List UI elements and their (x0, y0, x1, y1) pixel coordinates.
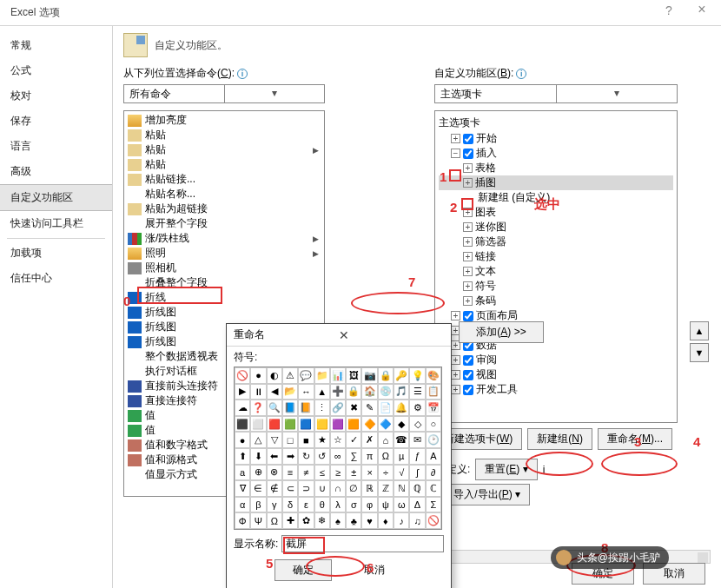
command-item[interactable]: 粘贴 (126, 128, 322, 142)
display-name-input[interactable] (281, 535, 444, 552)
symbol-cell[interactable]: 📅 (426, 400, 441, 416)
symbol-cell[interactable]: ∈ (250, 480, 266, 497)
symbol-cell[interactable]: ℤ (378, 480, 394, 497)
ribbon-tree[interactable]: 主选项卡+开始−插入+表格+插图新建组 (自定义)+图表+迷你图+筛选器+链接+… (434, 110, 678, 423)
import-export-button[interactable]: 导入/导出(P) ▾ (444, 484, 530, 505)
command-item[interactable]: 粘贴▶ (126, 142, 322, 157)
tree-group-node[interactable]: +插图 (439, 175, 673, 190)
tab-checkbox[interactable] (463, 311, 473, 321)
symbol-cell[interactable]: ■ (298, 432, 314, 448)
symbol-cell[interactable]: 🔗 (330, 400, 346, 416)
tree-tab-node[interactable]: +视图 (439, 367, 673, 382)
symbol-cell[interactable]: 🎨 (426, 367, 441, 384)
expand-icon[interactable]: + (463, 208, 473, 217)
symbol-cell[interactable]: ∩ (330, 480, 346, 497)
symbol-cell[interactable]: ↔ (298, 384, 314, 400)
tree-group-node[interactable]: +筛选器 (439, 235, 673, 249)
symbol-cell[interactable]: ∪ (314, 480, 330, 497)
command-item[interactable]: 粘贴 (126, 157, 322, 172)
symbol-cell[interactable]: ⬛ (235, 416, 250, 433)
tree-group-node[interactable]: +迷你图 (439, 220, 673, 235)
dialog-cancel-button[interactable]: 取消 (346, 559, 403, 581)
sidebar-item-proofing[interactable]: 校对 (0, 83, 112, 109)
symbol-cell[interactable]: 🟥 (267, 416, 282, 433)
symbol-cell[interactable]: ⬇ (250, 448, 266, 465)
symbol-cell[interactable]: ƒ (409, 448, 425, 465)
symbol-cell[interactable]: ✗ (361, 432, 377, 448)
symbol-cell[interactable]: θ (314, 497, 330, 513)
choose-commands-combo[interactable]: 所有命令 ▾ (123, 84, 325, 103)
chevron-down-icon[interactable]: ▾ (556, 85, 678, 102)
symbol-cell[interactable]: δ (282, 497, 298, 513)
symbol-cell[interactable]: ◆ (394, 416, 409, 433)
symbol-cell[interactable]: ε (298, 497, 314, 513)
sidebar-item-customize-ribbon[interactable]: 自定义功能区 (0, 184, 112, 211)
symbol-cell[interactable]: 🟪 (330, 416, 346, 433)
collapse-icon[interactable]: − (451, 149, 460, 158)
symbol-cell[interactable]: 🟨 (314, 416, 330, 433)
symbol-cell[interactable]: ◐ (267, 367, 282, 384)
symbol-cell[interactable]: 🔶 (361, 416, 377, 433)
move-down-button[interactable]: ▼ (690, 343, 709, 362)
symbol-cell[interactable]: ⋮ (314, 400, 330, 416)
symbol-cell[interactable]: 🕑 (426, 432, 441, 448)
dialog-titlebar[interactable]: 重命名 ✕ (227, 324, 451, 347)
symbol-cell[interactable]: ✎ (361, 400, 377, 416)
symbol-cell[interactable]: ❓ (250, 400, 266, 416)
symbol-cell[interactable]: β (250, 497, 266, 513)
symbol-cell[interactable]: 🚫 (235, 367, 250, 384)
symbol-cell[interactable]: Ω (378, 448, 394, 465)
expand-icon[interactable]: + (463, 267, 473, 276)
symbol-cell[interactable]: √ (394, 465, 409, 481)
symbol-cell[interactable]: 🟦 (298, 416, 314, 433)
command-item[interactable]: 展开整个字段 (126, 216, 322, 231)
symbol-cell[interactable]: ∇ (235, 480, 250, 497)
symbol-cell[interactable]: ● (250, 367, 266, 384)
expand-icon[interactable]: + (463, 222, 473, 232)
symbol-cell[interactable]: 📙 (298, 400, 314, 416)
new-group-button[interactable]: 新建组(N) (527, 428, 592, 450)
expand-icon[interactable]: + (463, 237, 473, 247)
symbol-cell[interactable]: Σ (426, 497, 441, 513)
symbol-cell[interactable]: ⬜ (250, 416, 266, 433)
command-item[interactable]: 涨/跌柱线▶ (126, 231, 322, 246)
symbol-cell[interactable]: 📂 (282, 384, 298, 400)
symbol-cell[interactable]: ☰ (409, 384, 425, 400)
symbol-cell[interactable]: 📷 (361, 367, 377, 384)
symbol-cell[interactable]: 📊 (330, 367, 346, 384)
tab-checkbox[interactable] (463, 134, 473, 144)
command-item[interactable]: 折线 (126, 290, 322, 305)
rename-button[interactable]: 重命名(M)... (598, 428, 672, 450)
symbol-cell[interactable]: ∑ (346, 448, 361, 465)
symbol-cell[interactable]: ☁ (235, 400, 250, 416)
command-item[interactable]: 折叠整个字段 (126, 275, 322, 290)
expand-icon[interactable]: + (451, 370, 460, 380)
symbol-cell[interactable]: φ (361, 497, 377, 513)
symbol-cell[interactable]: 💬 (298, 367, 314, 384)
command-item[interactable]: 粘贴为超链接 (126, 202, 322, 216)
tab-checkbox[interactable] (463, 370, 473, 380)
symbol-cell[interactable]: ω (394, 497, 409, 513)
symbol-cell[interactable]: ✿ (298, 512, 314, 529)
add-button[interactable]: 添加(A) >> (459, 321, 544, 343)
symbol-cell[interactable]: ± (346, 465, 361, 481)
symbol-cell[interactable]: 🔍 (267, 400, 282, 416)
symbol-cell[interactable]: ⬆ (235, 448, 250, 465)
symbol-cell[interactable]: ≡ (282, 465, 298, 481)
close-button[interactable]: × (690, 2, 714, 17)
tab-checkbox[interactable] (463, 355, 473, 366)
command-item[interactable]: 粘贴链接... (126, 172, 322, 187)
symbol-cell[interactable]: ∫ (409, 465, 425, 481)
symbol-cell[interactable]: ☆ (330, 432, 346, 448)
sidebar-item-addins[interactable]: 加载项 (0, 241, 112, 266)
sidebar-item-save[interactable]: 保存 (0, 109, 112, 134)
command-item[interactable]: 粘贴名称... (126, 187, 322, 202)
expand-icon[interactable]: + (451, 134, 460, 143)
symbol-cell[interactable]: ⊃ (298, 480, 314, 497)
symbol-cell[interactable]: ∂ (426, 465, 441, 481)
expand-icon[interactable]: + (463, 281, 473, 291)
symbol-cell[interactable]: 🟩 (282, 416, 298, 433)
symbol-cell[interactable]: ⚙ (409, 400, 425, 416)
tree-tab-node[interactable]: +审阅 (439, 353, 673, 367)
ribbon-tabs-combo[interactable]: 主选项卡 ▾ (434, 84, 678, 103)
